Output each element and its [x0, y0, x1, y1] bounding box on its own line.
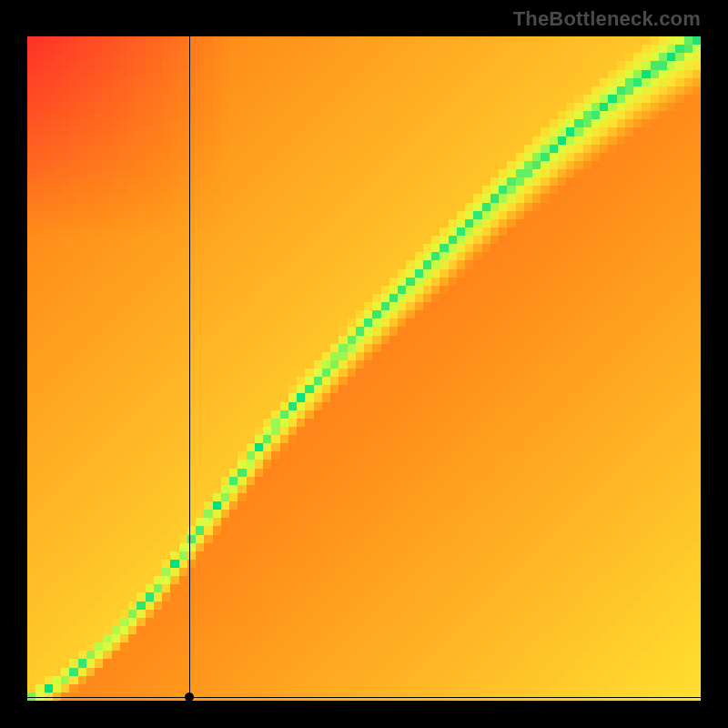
heatmap-plot-area [27, 36, 701, 701]
attribution-text: TheBottleneck.com [513, 7, 701, 31]
chart-frame: TheBottleneck.com [0, 0, 728, 728]
heatmap-canvas [27, 36, 701, 701]
crosshair-vertical [189, 36, 190, 701]
marker-dot [185, 693, 194, 702]
crosshair-horizontal [27, 697, 701, 698]
